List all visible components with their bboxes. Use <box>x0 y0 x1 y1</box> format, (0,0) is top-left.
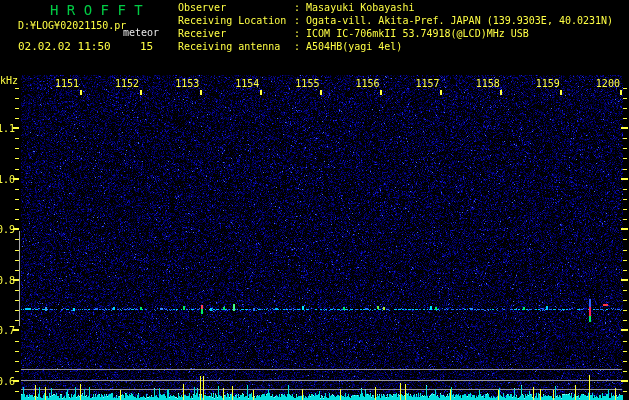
time-tick-label: 1151 <box>54 78 80 89</box>
info-label: Receiving Location <box>178 16 294 26</box>
freq-tick-label: 1.1 <box>0 123 13 134</box>
observer-info-row: Observer: Masayuki Kobayashi <box>178 3 414 13</box>
freq-axis-unit: kHz <box>0 76 18 86</box>
info-separator: : <box>294 2 300 13</box>
spectrogram-canvas <box>0 0 629 400</box>
info-value: Ogata-vill. Akita-Pref. JAPAN (139.9303E… <box>306 15 613 26</box>
time-tick-label: 1158 <box>475 78 501 89</box>
app-title: H R O F F T <box>50 3 143 17</box>
info-label: Observer <box>178 3 294 13</box>
freq-tick-label: 0.7 <box>0 325 13 336</box>
time-tick-label: 1156 <box>355 78 381 89</box>
observer-info-row: Receiving antenna: A504HB(yagi 4el) <box>178 42 402 52</box>
info-value: ICOM IC-706mkII 53.74918(@LCD)MHz USB <box>306 28 529 39</box>
hrofft-window: H R O F F T D:¥LOG¥02021150.pr meteor 02… <box>0 0 629 400</box>
log-file-path: D:¥LOG¥02021150.pr <box>18 21 126 31</box>
time-tick-label: 1159 <box>535 78 561 89</box>
freq-tick-label: 0.9 <box>0 224 13 235</box>
time-tick-label: 1200 <box>595 78 621 89</box>
observer-info-row: Receiver: ICOM IC-706mkII 53.74918(@LCD)… <box>178 29 529 39</box>
observer-info-row: Receiving Location: Ogata-vill. Akita-Pr… <box>178 16 613 26</box>
freq-tick-label: 1.0 <box>0 174 13 185</box>
freq-tick-label: 0.8 <box>0 275 13 286</box>
datetime-label: 02.02.02 11:50 <box>18 41 111 52</box>
time-tick-label: 1152 <box>114 78 140 89</box>
counter-value: 15 <box>140 41 153 52</box>
info-separator: : <box>294 28 300 39</box>
info-separator: : <box>294 41 300 52</box>
info-label: Receiving antenna <box>178 42 294 52</box>
time-tick-label: 1155 <box>294 78 320 89</box>
mode-label: meteor <box>123 28 159 38</box>
info-value: A504HB(yagi 4el) <box>306 41 402 52</box>
time-tick-label: 1157 <box>415 78 441 89</box>
info-label: Receiver <box>178 29 294 39</box>
time-tick-label: 1154 <box>234 78 260 89</box>
freq-tick-label: 0.6 <box>0 376 13 387</box>
time-tick-label: 1153 <box>174 78 200 89</box>
info-value: Masayuki Kobayashi <box>306 2 414 13</box>
info-separator: : <box>294 15 300 26</box>
